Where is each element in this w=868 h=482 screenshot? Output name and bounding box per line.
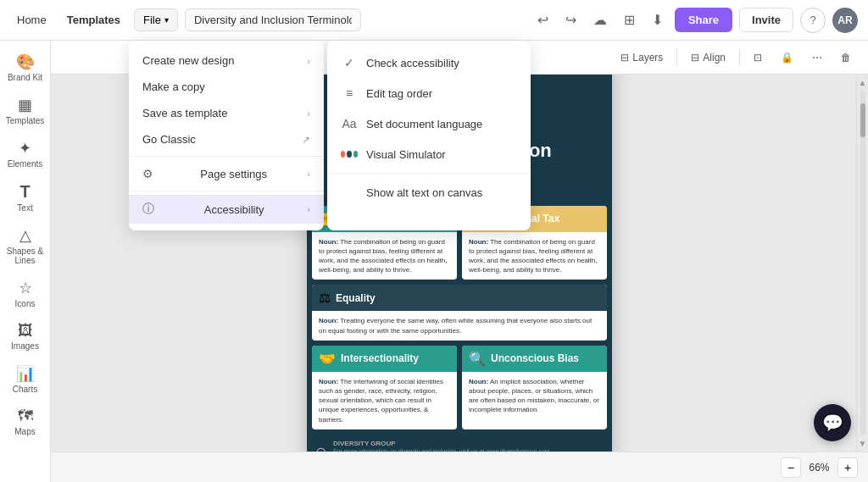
delete-button[interactable]: 🗑	[834, 48, 858, 67]
lock-button[interactable]: 🔒	[774, 48, 800, 67]
sidebar-item-icons[interactable]: ☆ Icons	[3, 274, 47, 313]
sidebar-item-elements[interactable]: ✦ Elements	[3, 134, 47, 174]
accessibility-label: Accessibility	[204, 203, 264, 216]
zoom-out-button[interactable]: −	[781, 457, 801, 478]
save-template-label: Save as template	[142, 107, 227, 119]
sidebar-item-icons-label: Icons	[15, 299, 36, 308]
chat-bubble-button[interactable]: 💬	[814, 404, 851, 441]
scroll-thumb	[860, 103, 865, 137]
templates-nav[interactable]: Templates	[60, 10, 127, 30]
sidebar-item-charts[interactable]: 📊 Charts	[3, 359, 47, 399]
redo-button[interactable]: ↪	[560, 8, 581, 31]
brand-kit-icon: 🎨	[16, 53, 35, 71]
crop-icon: ⊡	[754, 52, 762, 64]
edit-tag-label: Edit tag order	[366, 87, 432, 100]
menu-item-accessibility[interactable]: ⓘ Accessibility ›	[129, 195, 324, 224]
icons-icon: ☆	[19, 279, 32, 297]
sidebar-item-maps[interactable]: 🗺 Maps	[3, 402, 47, 441]
terms-grid-bottom: 🤝 Intersectionality Noun: The intertwini…	[307, 346, 612, 435]
undo-button[interactable]: ↩	[532, 8, 554, 31]
lock-icon: 🔒	[781, 52, 793, 64]
go-classic-ext-icon: ↗	[302, 134, 310, 146]
sidebar-item-text[interactable]: T Text	[3, 177, 47, 218]
accessibility-submenu: ✓ Check accessibility ≡ Edit tag order A…	[327, 41, 531, 230]
left-sidebar: 🎨 Brand Kit ▦ Templates ✦ Elements T Tex…	[0, 41, 51, 482]
unconscious-bias-title: Unconscious Bias	[491, 352, 579, 364]
sidebar-item-templates[interactable]: ▦ Templates	[3, 91, 47, 130]
elements-icon: ✦	[19, 139, 31, 158]
zoom-in-button[interactable]: +	[837, 457, 858, 478]
invite-button[interactable]: Invite	[739, 8, 793, 32]
help-button[interactable]: ?	[800, 8, 826, 33]
crop-button[interactable]: ⊡	[747, 48, 769, 67]
align-button[interactable]: ⊟ Align	[684, 48, 732, 67]
emotional-tax-body: Noun: The combination of being on guard …	[462, 232, 607, 280]
file-caret-icon: ▾	[164, 15, 169, 25]
avatar[interactable]: AR	[832, 8, 858, 33]
sidebar-item-images-label: Images	[11, 341, 39, 351]
sidebar-item-elements-label: Elements	[8, 159, 43, 169]
set-language-icon: Aa	[341, 115, 358, 132]
vertical-scrollbar[interactable]: ▲ ▼	[856, 75, 868, 452]
maps-icon: 🗺	[18, 407, 33, 425]
menu-item-make-copy[interactable]: Make a copy	[129, 74, 324, 100]
document-title-input[interactable]	[185, 8, 361, 31]
sidebar-item-templates-label: Templates	[6, 116, 45, 125]
edit-tag-icon: ≡	[341, 85, 358, 102]
toolbar-divider	[676, 49, 677, 66]
align-icon: ⊟	[691, 52, 699, 64]
submenu-set-language[interactable]: Aa Set document language	[327, 108, 531, 139]
share-button[interactable]: Share	[675, 8, 732, 32]
ally-body: Noun: The combination of being on guard …	[312, 232, 457, 280]
make-copy-label: Make a copy	[142, 80, 205, 93]
more-options-button[interactable]: ⋯	[805, 48, 829, 67]
submenu-separator	[327, 173, 531, 174]
sidebar-item-brand-kit[interactable]: 🎨 Brand Kit	[3, 47, 47, 87]
layers-button[interactable]: ⊟ Layers	[614, 48, 670, 67]
sidebar-item-images[interactable]: 🖼 Images	[3, 317, 47, 356]
create-new-arrow-icon: ›	[307, 56, 310, 66]
submenu-visual-sim[interactable]: Visual Simulator	[327, 139, 531, 169]
accessibility-arrow-icon: ›	[307, 204, 310, 214]
set-language-label: Set document language	[366, 118, 482, 130]
menu-item-page-settings[interactable]: ⚙ Page settings ›	[129, 160, 324, 187]
scroll-track	[860, 91, 865, 435]
layers-icon: ⊟	[620, 52, 629, 64]
menu-item-go-classic[interactable]: Go Classic ↗	[129, 126, 324, 152]
charts-icon: 📊	[16, 364, 35, 383]
menu-item-create-new[interactable]: Create new design ›	[129, 47, 324, 74]
show-alt-label: Show alt text on canvas	[366, 186, 482, 199]
home-button[interactable]: Home	[10, 10, 53, 30]
equality-row: ⚖ Equality Noun: Treating everyone the s…	[307, 285, 612, 345]
page-settings-arrow-icon: ›	[307, 169, 310, 179]
check-access-icon: ✓	[341, 54, 358, 71]
intersectionality-icon: 🤝	[319, 351, 336, 367]
file-label: File	[143, 14, 161, 26]
chat-icon: 💬	[822, 413, 843, 433]
trash-icon: 🗑	[841, 52, 851, 64]
term-unconscious-bias: 🔍 Unconscious Bias Noun: An implicit ass…	[462, 346, 607, 429]
page-settings-label: Page settings	[200, 168, 267, 180]
sidebar-item-brand-kit-label: Brand Kit	[8, 73, 42, 82]
sidebar-item-text-label: Text	[17, 203, 32, 213]
check-access-label: Check accessibility	[366, 57, 459, 69]
scroll-down-icon[interactable]: ▼	[859, 439, 867, 448]
topbar: Home Templates File ▾ ↩ ↪ ☁ ⊞ ⬇ Share In…	[0, 0, 868, 41]
resize-button[interactable]: ⊞	[619, 8, 640, 31]
download-button[interactable]: ⬇	[647, 8, 668, 31]
menu-item-save-template[interactable]: Save as template ›	[129, 100, 324, 126]
cloud-save-button[interactable]: ☁	[588, 8, 612, 31]
sidebar-item-shapes[interactable]: △ Shapes & Lines	[3, 221, 47, 270]
dropdown-overlay: Create new design › Make a copy Save as …	[129, 41, 531, 230]
submenu-check-access[interactable]: ✓ Check accessibility	[327, 47, 531, 78]
equality-body: Noun: Treating everyone the same way, of…	[312, 311, 607, 340]
file-menu-button[interactable]: File ▾	[134, 8, 178, 31]
scroll-up-icon[interactable]: ▲	[859, 78, 867, 87]
menu-separator-1	[129, 156, 324, 157]
save-template-arrow-icon: ›	[307, 108, 310, 119]
footer-logo-icon: ⊙	[315, 444, 326, 452]
footer-text: For more information on diversity and in…	[333, 447, 574, 452]
submenu-show-alt[interactable]: Show alt text on canvas	[327, 177, 531, 208]
submenu-edit-tag[interactable]: ≡ Edit tag order	[327, 78, 531, 108]
unconscious-bias-body: Noun: An implicit association, whether a…	[462, 372, 607, 420]
